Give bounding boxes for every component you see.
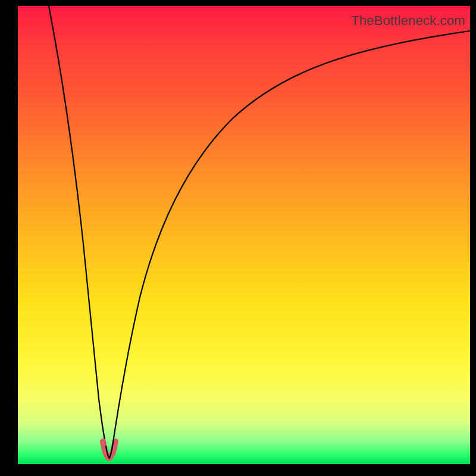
curve-minimum-highlight xyxy=(103,441,115,458)
chart-plot-area: TheBottleneck.com xyxy=(18,6,470,464)
curve-right-branch xyxy=(112,31,470,446)
chart-frame: TheBottleneck.com xyxy=(0,0,476,476)
chart-svg xyxy=(18,6,470,464)
curve-left-branch xyxy=(49,6,106,446)
